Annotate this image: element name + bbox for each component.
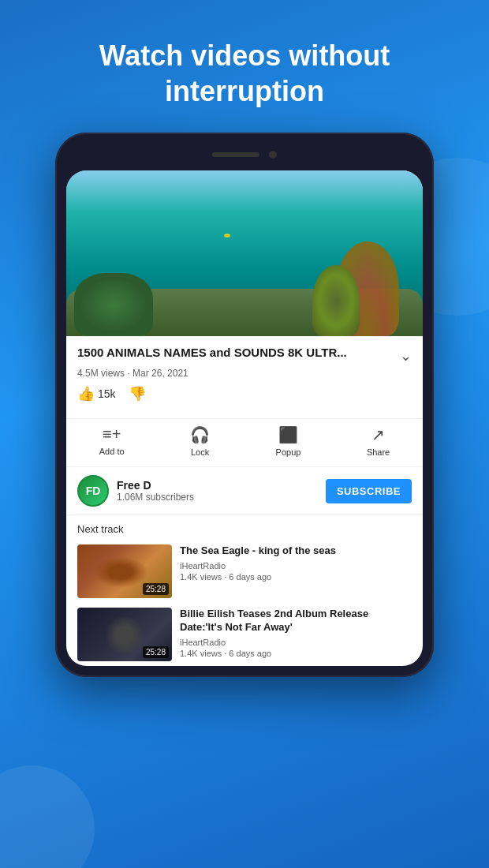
subscribe-button[interactable]: SUBSCRIBE [326,479,412,503]
coral-scene [66,170,423,336]
coral-2 [312,265,360,336]
share-icon: ↗ [371,425,385,444]
thumbs-up-icon: 👍 [77,385,95,402]
track-item-1[interactable]: 25:28 The Sea Eagle - king of the seas i… [66,540,423,603]
like-count: 15k [98,387,116,400]
view-count: 4.5M views [77,368,125,379]
chevron-down-icon[interactable]: ⌄ [400,347,412,365]
track-duration-1: 25:28 [143,583,169,595]
popup-button[interactable]: ⬛ Popup [276,425,301,457]
track-details-2: Billie Eilish Teases 2nd Album Release D… [180,608,412,658]
video-info: 1500 ANIMALS NAMES and SOUNDS 8K ULTR...… [66,336,423,418]
eagle-silhouette [93,556,148,588]
track-meta-2: 1.4K views · 6 days ago [180,649,412,658]
channel-subscribers: 1.06M subscribers [117,492,326,503]
video-meta: 4.5M views · Mar 26, 2021 [77,368,412,379]
add-to-icon: ≡+ [103,425,121,443]
person-silhouette [105,615,144,655]
video-thumbnail[interactable] [66,170,423,336]
channel-info: Free D 1.06M subscribers [117,479,326,503]
likes-row: 👍 15k 👎 [77,385,412,402]
channel-name[interactable]: Free D [117,479,326,492]
popup-label: Popup [276,447,301,457]
fish [224,234,230,238]
video-title-row: 1500 ANIMALS NAMES and SOUNDS 8K ULTR...… [77,346,412,365]
track-channel-2: iHeartRadio [180,638,412,647]
deco-circle-1 [0,765,95,868]
like-button[interactable]: 👍 15k [77,385,116,402]
hero-title: Watch videos without interruption [0,0,489,133]
dislike-button[interactable]: 👎 [129,385,146,402]
track-details-1: The Sea Eagle - king of the seas iHeartR… [180,544,412,582]
phone-notch-bar [66,144,423,166]
phone-camera [269,151,277,159]
phone-wrapper: 1500 ANIMALS NAMES and SOUNDS 8K ULTR...… [0,133,489,677]
track-duration-2: 25:28 [143,646,169,658]
lock-label: Lock [191,447,209,457]
next-track-label: Next track [66,515,423,540]
track-thumb-1: 25:28 [77,544,172,598]
coral-3 [74,273,153,336]
popup-icon: ⬛ [278,425,298,444]
phone-frame: 1500 ANIMALS NAMES and SOUNDS 8K ULTR...… [55,133,434,677]
track-item-2[interactable]: 25:28 Billie Eilish Teases 2nd Album Rel… [66,603,423,666]
track-meta-1: 1.4K views · 6 days ago [180,572,412,582]
add-to-label: Add to [99,447,125,456]
actions-row: ≡+ Add to 🎧 Lock ⬛ Popup ↗ Share [66,418,423,467]
track-title-1: The Sea Eagle - king of the seas [180,544,412,558]
share-button[interactable]: ↗ Share [367,425,390,457]
track-title-2: Billie Eilish Teases 2nd Album Release D… [180,608,412,634]
upload-date: Mar 26, 2021 [133,368,189,379]
add-to-button[interactable]: ≡+ Add to [99,425,125,457]
phone-screen: 1500 ANIMALS NAMES and SOUNDS 8K ULTR...… [66,170,423,666]
video-title: 1500 ANIMALS NAMES and SOUNDS 8K ULTR... [77,346,394,359]
lock-icon: 🎧 [190,425,210,444]
thumbs-down-icon: 👎 [129,385,146,402]
lock-button[interactable]: 🎧 Lock [190,425,210,457]
share-label: Share [367,447,390,457]
phone-speaker [212,152,259,157]
track-thumb-2: 25:28 [77,608,172,661]
track-channel-1: iHeartRadio [180,561,412,571]
avatar-letter: FD [86,485,101,497]
channel-row: FD Free D 1.06M subscribers SUBSCRIBE [66,467,423,515]
channel-avatar: FD [77,475,109,507]
